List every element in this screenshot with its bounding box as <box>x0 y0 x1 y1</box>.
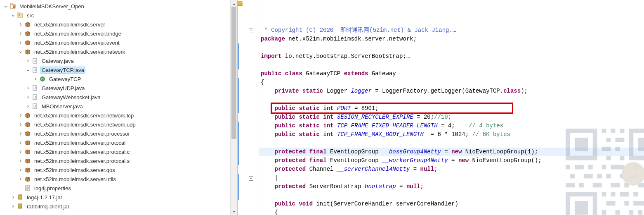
tree-node-net-x52im-mobileimsdk-server-protocal[interactable]: net.x52im.mobileimsdk.server.protocal <box>0 138 230 147</box>
tree-toggle-icon[interactable] <box>17 130 24 137</box>
code-line[interactable]: | <box>261 174 644 182</box>
class-icon <box>39 76 46 82</box>
tree-node-rabbitmq-client-jar[interactable]: rabbitmq-client.jar <box>0 202 230 211</box>
code-line[interactable] <box>261 96 644 104</box>
tree-node-net-x52im-mobileimsdk-server-network[interactable]: net.x52im.mobileimsdk.server.network <box>0 47 230 56</box>
code-line[interactable]: protected ServerBootstrap bootstrap = nu… <box>261 182 644 191</box>
tree-node-net-x52im-mobileimsdk-server-processor[interactable]: net.x52im.mobileimsdk.server.processor <box>0 129 230 138</box>
tree-node-label: GatewayTCP <box>48 76 82 83</box>
tree-toggle-icon[interactable] <box>17 39 24 46</box>
tree-node-net-x52im-mobileimsdk-server-network-tcp[interactable]: net.x52im.mobileimsdk.server.network.tcp <box>0 111 230 120</box>
tree-toggle-icon[interactable] <box>10 12 17 19</box>
jar-icon <box>17 203 24 210</box>
tree-toggle-icon[interactable] <box>25 67 31 73</box>
tree-node-gatewaytcp-java[interactable]: GatewayTCP.java <box>0 65 230 74</box>
tree-toggle-icon[interactable] <box>17 158 24 165</box>
tree-node-net-x52im-mobileimsdk-server-protocal-s[interactable]: net.x52im.mobileimsdk.server.protocal.s <box>0 156 230 165</box>
token-com: //10; <box>434 114 451 120</box>
tree-node-gateway-java[interactable]: Gateway.java <box>0 56 230 65</box>
tree-toggle-icon[interactable] <box>17 112 24 119</box>
tree-toggle-icon[interactable] <box>17 21 24 28</box>
scroll-thumb[interactable] <box>231 7 236 139</box>
fold-collapse-icon[interactable] <box>248 27 254 34</box>
warning-marker-icon[interactable]: ! <box>238 1 243 6</box>
code-line[interactable]: public static int SESION_RECYCLER_EXPIRE… <box>261 113 644 122</box>
tree-node-gatewaytcp[interactable]: GatewayTCP <box>0 74 230 84</box>
tree-node-label: net.x52im.mobileimsdk.server.processor <box>33 130 131 137</box>
code-line[interactable]: { <box>261 208 644 215</box>
tree-toggle-icon[interactable] <box>2 3 9 10</box>
code-line[interactable]: protected Channel __serverChannel4Netty … <box>261 165 644 174</box>
tree-toggle-icon[interactable] <box>25 103 31 110</box>
tree-toggle-icon[interactable] <box>17 30 24 37</box>
tree-toggle-icon[interactable] <box>17 148 24 155</box>
code-editor[interactable]: ! <box>237 0 644 215</box>
tree-node-net-x52im-mobileimsdk-server-protocal-c[interactable]: net.x52im.mobileimsdk.server.protocal.c <box>0 147 230 156</box>
tree-node-mobileimsdkserver-open[interactable]: MobileIMSDKServer_Open <box>0 2 230 11</box>
tree-node-net-x52im-mobileimsdk-server-bridge[interactable]: net.x52im.mobileimsdk.server.bridge <box>0 29 230 38</box>
code-line[interactable]: public static int PORT = 8901; <box>261 104 644 113</box>
code-line[interactable]: import io.netty.bootstrap.ServerBootstra… <box>261 52 644 61</box>
tree-toggle-icon[interactable] <box>32 76 39 83</box>
tree-toggle-icon[interactable] <box>17 139 24 146</box>
scroll-up-arrow[interactable]: ▴ <box>231 0 237 7</box>
tree-node-net-x52im-mobileimsdk-server-network-udp[interactable]: net.x52im.mobileimsdk.server.network.udp <box>0 120 230 129</box>
tree-toggle-icon[interactable] <box>17 176 24 183</box>
token-pln: = <box>396 183 406 190</box>
code-line[interactable] <box>261 139 644 148</box>
tree-node-net-x52im-mobileimsdk-server-qos[interactable]: net.x52im.mobileimsdk.server.qos <box>0 165 230 174</box>
tree-node-log4j-1-2-17-jar[interactable]: log4j-1.2.17.jar <box>0 193 230 202</box>
tree-toggle-icon[interactable] <box>10 203 17 210</box>
scroll-down-arrow[interactable]: ▾ <box>231 208 237 215</box>
token-pln: = <box>448 157 458 164</box>
token-pln <box>261 105 275 112</box>
token-kw: private <box>275 88 299 94</box>
tree-node-src[interactable]: src <box>0 11 230 20</box>
code-line[interactable]: public static int TCP_FRAME_FIXED_HEADER… <box>261 122 644 130</box>
tree-node-net-x52im-mobileimsdk-server-event[interactable]: net.x52im.mobileimsdk.server.event <box>0 38 230 47</box>
code-line[interactable]: package net.x52im.mobileimsdk.server.net… <box>261 35 644 43</box>
tree-scrollbar[interactable]: ▴ ▾ <box>230 0 237 215</box>
tree-toggle-icon[interactable] <box>17 48 24 55</box>
token-fld: __bossGroup4Netty <box>382 148 441 155</box>
token-pln <box>261 62 264 68</box>
token-fld: logger <box>351 88 371 94</box>
code-line[interactable]: protected final EventLoopGroup __bossGro… <box>261 148 644 156</box>
token-pln <box>333 114 337 120</box>
token-kw: null <box>420 166 434 172</box>
code-line[interactable]: * Copyright (C) 2020 即时通讯网(52im.net) & J… <box>261 26 644 35</box>
package-icon <box>24 130 31 137</box>
tree-node-net-x52im-mobileimsdk-server[interactable]: net.x52im.mobileimsdk.server <box>0 20 230 29</box>
tree-toggle-icon[interactable] <box>17 121 24 128</box>
project-icon <box>9 3 17 10</box>
tree-node-label: net.x52im.mobileimsdk.server.protocal <box>33 139 127 146</box>
code-line[interactable]: public void init(ServerCoreHandler serve… <box>261 200 644 208</box>
token-kw: static <box>299 122 319 129</box>
code-line[interactable]: public class GatewayTCP extends Gateway <box>261 69 644 78</box>
code-line[interactable] <box>261 43 644 52</box>
tree-toggle-icon[interactable] <box>25 94 31 101</box>
token-pln <box>320 131 323 138</box>
fold-collapse-icon[interactable] <box>248 175 254 182</box>
tree-node-gatewaywebsocket-java[interactable]: GatewayWebsocket.java <box>0 93 230 102</box>
code-line[interactable] <box>261 61 644 69</box>
tree-toggle-icon[interactable] <box>25 85 31 92</box>
token-pln: = <box>410 166 420 172</box>
code-line[interactable]: public static int TCP_FRAME_MAX_BODY_LEN… <box>261 130 644 139</box>
tree-toggle-icon[interactable] <box>25 57 31 64</box>
tree[interactable]: MobileIMSDKServer_Opensrcnet.x52im.mobil… <box>0 0 230 215</box>
token-kw: static <box>299 114 319 120</box>
tree-node-gatewayudp-java[interactable]: GatewayUDP.java <box>0 84 230 93</box>
code-line[interactable]: private static Logger logger = LoggerFac… <box>261 87 644 96</box>
tree-node-net-x52im-mobileimsdk-server-utils[interactable]: net.x52im.mobileimsdk.server.utils <box>0 174 230 184</box>
tree-node-mbobserver-java[interactable]: MBObserver.java <box>0 102 230 111</box>
code-line[interactable] <box>261 191 644 200</box>
code-area[interactable]: * Copyright (C) 2020 即时通讯网(52im.net) & J… <box>259 0 644 215</box>
editor-gutter[interactable] <box>243 0 259 215</box>
code-line[interactable]: { <box>261 78 644 87</box>
tree-node-log4j-properties[interactable]: log4j.properties <box>0 184 230 193</box>
tree-toggle-icon[interactable] <box>17 167 24 174</box>
tree-toggle-icon[interactable] <box>10 194 17 201</box>
tree-node-label: net.x52im.mobileimsdk.server.event <box>33 39 121 46</box>
code-line[interactable]: protected final EventLoopGroup __workerG… <box>261 156 644 165</box>
